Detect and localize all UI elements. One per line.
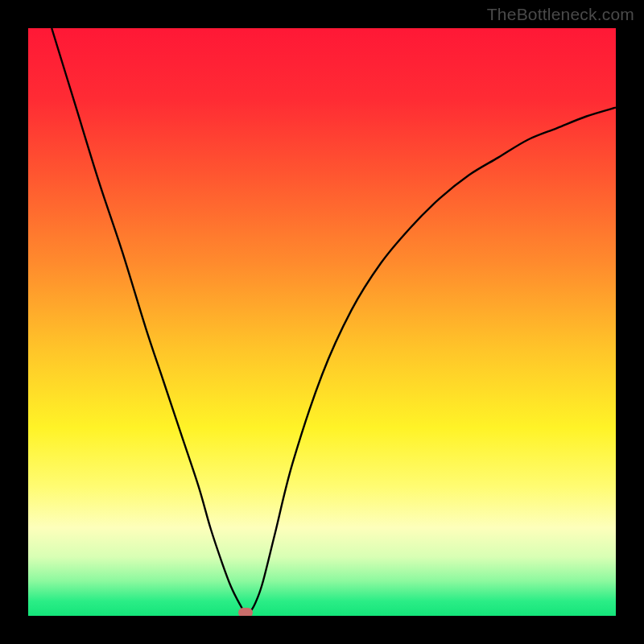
plot-area	[28, 28, 616, 616]
minimum-marker	[238, 608, 253, 616]
watermark-text: TheBottleneck.com	[487, 5, 634, 24]
chart-frame: TheBottleneck.com	[0, 0, 644, 644]
bottleneck-curve	[28, 28, 616, 616]
